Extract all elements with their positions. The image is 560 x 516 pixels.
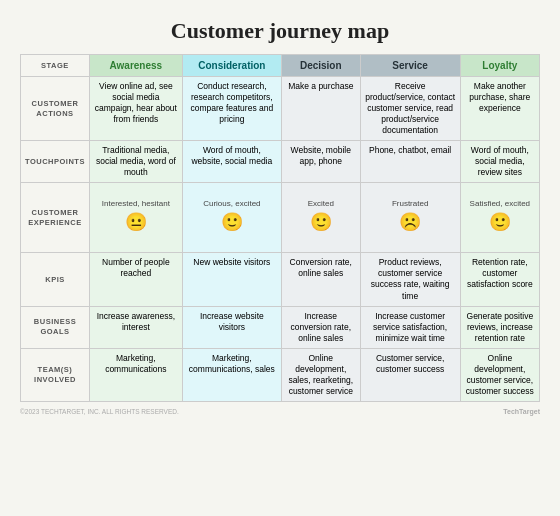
stage-label-customer-experience: CUSTOMER EXPERIENCE [21,183,90,253]
cell-customer-actions-consideration: Conduct research, research competitors, … [182,77,281,141]
cell-touchpoints-decision: Website, mobile app, phone [281,141,360,183]
stage-label-business-goals: BUSINESS GOALS [21,306,90,348]
cell-touchpoints-awareness: Traditional media, social media, word of… [89,141,182,183]
journey-map-table: STAGE Awareness Consideration Decision S… [20,54,540,402]
page-container: Customer journey map STAGE Awareness Con… [10,10,550,423]
stage-label-customer-actions: CUSTOMER ACTIONS [21,77,90,141]
cell-business-goals-awareness: Increase awareness, interest [89,306,182,348]
cell-business-goals-loyalty: Generate positive reviews, increase rete… [460,306,539,348]
page-title: Customer journey map [20,18,540,44]
cell-customer-experience-service: Frustrated☹️ [360,183,460,253]
loyalty-header: Loyalty [460,55,539,77]
cell-teams-involved-awareness: Marketing, communications [89,348,182,401]
cell-kpis-loyalty: Retention rate, customer satisfaction sc… [460,253,539,306]
cell-business-goals-service: Increase customer service satisfaction, … [360,306,460,348]
cell-customer-experience-consideration: Curious, excited🙂 [182,183,281,253]
cell-teams-involved-consideration: Marketing, communications, sales [182,348,281,401]
cell-kpis-awareness: Number of people reached [89,253,182,306]
awareness-header: Awareness [89,55,182,77]
footer-logo: TechTarget [503,408,540,415]
cell-teams-involved-decision: Online development, sales, rearketing, c… [281,348,360,401]
cell-customer-actions-service: Receive product/service, contact custome… [360,77,460,141]
footer: ©2023 TECHTARGET, INC. ALL RIGHTS RESERV… [20,408,540,415]
cell-teams-involved-loyalty: Online development, customer service, cu… [460,348,539,401]
cell-touchpoints-loyalty: Word of mouth, social media, review site… [460,141,539,183]
cell-customer-experience-awareness: Interested, hesitant😐 [89,183,182,253]
stage-label-teams-involved: TEAM(S) INVOLVED [21,348,90,401]
cell-customer-actions-awareness: View online ad, see social media campaig… [89,77,182,141]
cell-business-goals-consideration: Increase website visitors [182,306,281,348]
cell-teams-involved-service: Customer service, customer success [360,348,460,401]
cell-kpis-decision: Conversion rate, online sales [281,253,360,306]
service-header: Service [360,55,460,77]
footer-left: ©2023 TECHTARGET, INC. ALL RIGHTS RESERV… [20,408,179,415]
cell-kpis-service: Product reviews, customer service succes… [360,253,460,306]
cell-kpis-consideration: New website visitors [182,253,281,306]
decision-header: Decision [281,55,360,77]
cell-customer-experience-decision: Excited🙂 [281,183,360,253]
stage-label-kpis: KPIS [21,253,90,306]
stage-label-touchpoints: TOUCHPOINTS [21,141,90,183]
cell-customer-actions-loyalty: Make another purchase, share experience [460,77,539,141]
cell-touchpoints-consideration: Word of mouth, website, social media [182,141,281,183]
cell-touchpoints-service: Phone, chatbot, email [360,141,460,183]
cell-business-goals-decision: Increase conversion rate, online sales [281,306,360,348]
cell-customer-actions-decision: Make a purchase [281,77,360,141]
stage-header: STAGE [21,55,90,77]
consideration-header: Consideration [182,55,281,77]
cell-customer-experience-loyalty: Satisfied, excited🙂 [460,183,539,253]
